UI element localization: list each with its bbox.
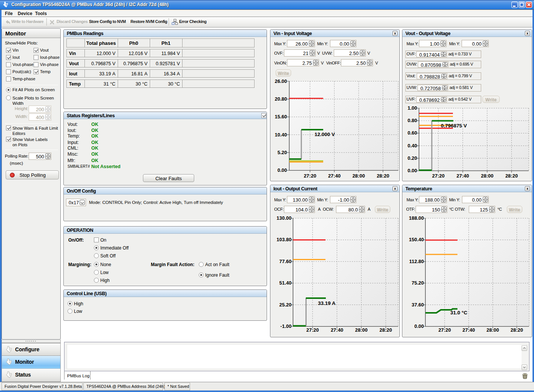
svg-text:51.40: 51.40	[279, 280, 292, 286]
svg-text:0.00: 0.00	[408, 168, 417, 173]
svg-text:77.60: 77.60	[279, 259, 292, 264]
svg-text:0.80: 0.80	[408, 118, 417, 123]
svg-text:37.60: 37.60	[411, 302, 424, 308]
svg-text:27:40: 27:40	[328, 173, 341, 179]
svg-text:0.00: 0.00	[414, 323, 424, 329]
svg-text:27:40: 27:40	[462, 327, 475, 333]
svg-text:112.80: 112.80	[409, 259, 424, 264]
svg-text:10.40: 10.40	[275, 132, 287, 138]
svg-text:188.00: 188.00	[409, 215, 424, 221]
svg-text:0.40: 0.40	[408, 143, 417, 149]
svg-text:28:00: 28:00	[355, 327, 368, 333]
svg-text:-1.00: -1.00	[280, 323, 292, 329]
svg-text:75.20: 75.20	[411, 280, 424, 286]
svg-text:28:00: 28:00	[486, 327, 499, 333]
svg-text:20.80: 20.80	[275, 96, 287, 102]
svg-text:0.20: 0.20	[408, 155, 417, 161]
svg-text:28:20: 28:20	[505, 173, 518, 179]
svg-text:0.00: 0.00	[278, 167, 287, 173]
svg-text:33.19 A: 33.19 A	[318, 300, 336, 306]
svg-text:27:20: 27:20	[438, 327, 451, 333]
svg-text:12.000 V: 12.000 V	[315, 132, 335, 137]
svg-text:26.00: 26.00	[275, 78, 287, 84]
svg-text:28:00: 28:00	[352, 173, 365, 179]
svg-text:15.60: 15.60	[275, 114, 287, 119]
svg-text:103.80: 103.80	[276, 237, 292, 242]
svg-text:25.20: 25.20	[279, 302, 292, 308]
svg-text:27:20: 27:20	[306, 327, 319, 333]
svg-text:27:20: 27:20	[304, 173, 316, 179]
svg-text:28:20: 28:20	[377, 173, 389, 179]
svg-text:28:00: 28:00	[481, 173, 493, 179]
svg-text:0.796875 V: 0.796875 V	[441, 123, 467, 129]
svg-text:150.40: 150.40	[409, 237, 424, 242]
svg-text:27:40: 27:40	[331, 327, 343, 333]
svg-text:1.00: 1.00	[408, 105, 417, 111]
svg-text:5.20: 5.20	[278, 150, 287, 155]
svg-text:28:20: 28:20	[511, 327, 523, 333]
svg-text:31.0 °C: 31.0 °C	[450, 310, 467, 315]
svg-text:28:20: 28:20	[379, 327, 392, 333]
svg-text:27:20: 27:20	[432, 173, 445, 179]
svg-text:27:40: 27:40	[456, 173, 469, 179]
svg-text:0.60: 0.60	[408, 130, 417, 136]
svg-text:130.00: 130.00	[276, 215, 292, 221]
